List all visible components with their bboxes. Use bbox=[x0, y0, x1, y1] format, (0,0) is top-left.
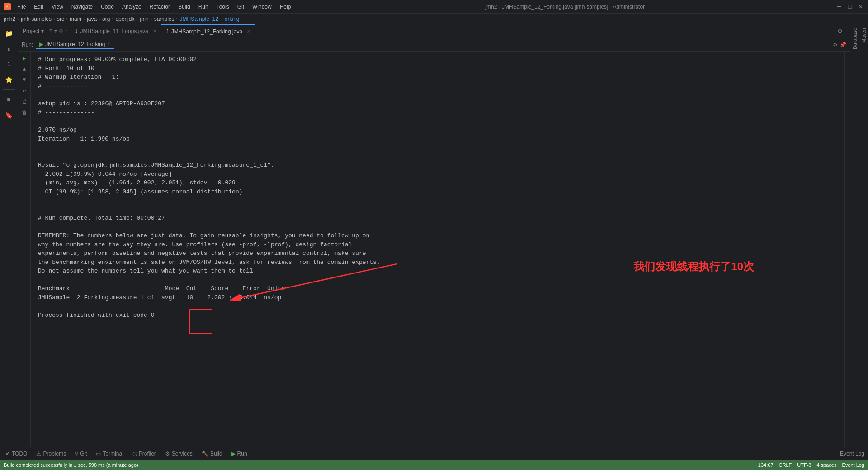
profiler-button[interactable]: ◷ Profiler bbox=[131, 450, 158, 458]
git-icon: ⑂ bbox=[75, 451, 78, 457]
pin-icon[interactable]: 📌 bbox=[840, 42, 846, 48]
breadcrumb-java[interactable]: java bbox=[87, 16, 97, 22]
database-sidebar[interactable]: Database bbox=[850, 24, 859, 446]
breadcrumb-main[interactable]: main bbox=[70, 16, 81, 22]
settings-button[interactable]: ⚙ bbox=[834, 25, 846, 38]
maven-sidebar[interactable]: Maven bbox=[859, 24, 868, 446]
left-sidebar: 📁 ⇅ ⤵ ⭐ ≡ 🔖 bbox=[0, 24, 18, 446]
structure-icon[interactable]: ≡ bbox=[2, 93, 16, 107]
title-bar: ⚡ File Edit View Navigate Code Analyze R… bbox=[0, 0, 868, 14]
project-label[interactable]: Project ▾ bbox=[23, 28, 44, 34]
menu-code[interactable]: Code bbox=[97, 3, 118, 11]
event-log-status[interactable]: Event Log bbox=[842, 462, 864, 468]
build-button[interactable]: 🔨 Build bbox=[200, 450, 224, 458]
wrap-button[interactable]: ↩ bbox=[19, 86, 29, 96]
menu-navigate[interactable]: Navigate bbox=[68, 3, 96, 11]
run-tab-close[interactable]: ✕ bbox=[107, 42, 110, 47]
cursor-position[interactable]: 134:67 bbox=[758, 462, 774, 468]
encoding[interactable]: UTF-8 bbox=[797, 462, 811, 468]
window-controls[interactable]: ─ □ ✕ bbox=[835, 3, 864, 10]
run-header: Run: ▶ JMHSample_12_Forking ✕ ⚙ 📌 bbox=[18, 38, 850, 52]
run-tab[interactable]: ▶ JMHSample_12_Forking ✕ bbox=[36, 40, 114, 49]
indent[interactable]: 4 spaces bbox=[816, 462, 836, 468]
console-text: # Run progress: 90.00% complete, ETA 00:… bbox=[31, 55, 844, 320]
menu-refactor[interactable]: Refactor bbox=[146, 3, 174, 11]
breadcrumb-jmh[interactable]: jmh bbox=[140, 16, 148, 22]
menu-edit[interactable]: Edit bbox=[30, 3, 47, 11]
maven-label[interactable]: Maven bbox=[861, 28, 867, 43]
settings-run-icon[interactable]: ⚙ bbox=[833, 42, 838, 48]
todo-icon: ✔ bbox=[5, 451, 10, 457]
sep1: › bbox=[17, 16, 19, 22]
tab-forking-icon: J bbox=[166, 28, 169, 35]
favorites-icon[interactable]: ⭐ bbox=[2, 72, 16, 87]
tab-forking[interactable]: J JMHSample_12_Forking.java ✕ bbox=[161, 24, 255, 38]
maximize-button[interactable]: □ bbox=[846, 3, 854, 10]
database-label[interactable]: Database bbox=[852, 28, 858, 49]
build-icon: 🔨 bbox=[202, 451, 208, 457]
menu-file[interactable]: File bbox=[14, 3, 29, 11]
event-log-button[interactable]: Event Log bbox=[840, 451, 864, 457]
print-button[interactable]: 🖨 bbox=[19, 97, 29, 107]
run-bottom-button[interactable]: ▶ Run bbox=[230, 450, 249, 458]
tab-loops-icon: J bbox=[75, 28, 78, 34]
breadcrumb-class[interactable]: JMHSample_12_Forking bbox=[179, 16, 239, 22]
menu-bar[interactable]: File Edit View Navigate Code Analyze Ref… bbox=[14, 3, 294, 11]
menu-analyze[interactable]: Analyze bbox=[118, 3, 145, 11]
build-label: Build bbox=[210, 451, 222, 457]
breadcrumb-jmh-samples[interactable]: jmh-samples bbox=[21, 16, 52, 22]
status-right: 134:67 CRLF UTF-8 4 spaces Event Log bbox=[758, 462, 864, 468]
scroll-up-button[interactable]: ▲ bbox=[19, 64, 29, 74]
menu-help[interactable]: Help bbox=[276, 3, 295, 11]
breadcrumb-samples[interactable]: samples bbox=[154, 16, 175, 22]
console-output[interactable]: # Run progress: 90.00% complete, ETA 00:… bbox=[31, 52, 844, 446]
menu-tools[interactable]: Tools bbox=[213, 3, 233, 11]
sep8: › bbox=[151, 16, 152, 22]
pull-requests-icon[interactable]: ⤵ bbox=[2, 57, 16, 71]
project-icon[interactable]: 📁 bbox=[2, 26, 16, 41]
run-controls-left: ▶ ▲ ▼ ↩ 🖨 🗑 bbox=[18, 52, 31, 446]
menu-run[interactable]: Run bbox=[195, 3, 212, 11]
delete-button[interactable]: 🗑 bbox=[19, 108, 29, 118]
problems-icon: ⚠ bbox=[36, 451, 41, 457]
scrollbar[interactable] bbox=[844, 52, 850, 446]
minimize-button[interactable]: ─ bbox=[835, 3, 843, 10]
main-layout: 📁 ⇅ ⤵ ⭐ ≡ 🔖 Project ▾ ≡ ⇄ ⚙ − J JMHSampl… bbox=[0, 24, 868, 446]
menu-window[interactable]: Window bbox=[249, 3, 275, 11]
breadcrumb-org[interactable]: org bbox=[102, 16, 110, 22]
services-button[interactable]: ⚙ Services bbox=[163, 450, 194, 458]
tab-loops[interactable]: J JMHSample_11_Loops.java ✕ bbox=[71, 24, 161, 38]
run-button[interactable]: ▶ bbox=[19, 53, 29, 63]
services-label: Services bbox=[172, 451, 193, 457]
run-label: Run: bbox=[22, 42, 33, 48]
sep5: › bbox=[99, 16, 100, 22]
todo-button[interactable]: ✔ TODO bbox=[4, 450, 29, 458]
line-ending[interactable]: CRLF bbox=[779, 462, 792, 468]
profiler-label: Profiler bbox=[139, 451, 156, 457]
run-bottom-label: Run bbox=[237, 451, 247, 457]
bookmarks-icon[interactable]: 🔖 bbox=[2, 108, 16, 122]
status-message: Build completed successfully in 1 sec, 5… bbox=[4, 462, 138, 468]
menu-build[interactable]: Build bbox=[175, 3, 194, 11]
run-panel: Run: ▶ JMHSample_12_Forking ✕ ⚙ 📌 ▶ ▲ ▼ bbox=[18, 38, 850, 446]
breadcrumb-openjdk[interactable]: openjdk bbox=[115, 16, 134, 22]
close-button[interactable]: ✕ bbox=[857, 3, 864, 10]
app-logo: ⚡ bbox=[4, 3, 11, 10]
tab-loops-close[interactable]: ✕ bbox=[153, 28, 156, 33]
problems-button[interactable]: ⚠ Problems bbox=[34, 450, 68, 458]
scroll-down-button[interactable]: ▼ bbox=[19, 75, 29, 85]
window-title: jmh2 - JMHSample_12_Forking.java [jmh-sa… bbox=[294, 4, 835, 10]
commit-icon[interactable]: ⇅ bbox=[2, 42, 16, 56]
breadcrumb-src[interactable]: src bbox=[57, 16, 64, 22]
tab-forking-close[interactable]: ✕ bbox=[247, 29, 250, 34]
terminal-button[interactable]: ▭ Terminal bbox=[94, 450, 125, 458]
run-bottom-icon: ▶ bbox=[231, 451, 236, 457]
git-button[interactable]: ⑂ Git bbox=[73, 450, 89, 458]
bottom-right: Event Log bbox=[840, 451, 864, 457]
todo-label: TODO bbox=[12, 451, 27, 457]
menu-view[interactable]: View bbox=[48, 3, 67, 11]
breadcrumb-jmh2[interactable]: jmh2 bbox=[4, 16, 15, 22]
menu-git[interactable]: Git bbox=[234, 3, 248, 11]
sep4: › bbox=[83, 16, 85, 22]
terminal-icon: ▭ bbox=[96, 451, 101, 457]
